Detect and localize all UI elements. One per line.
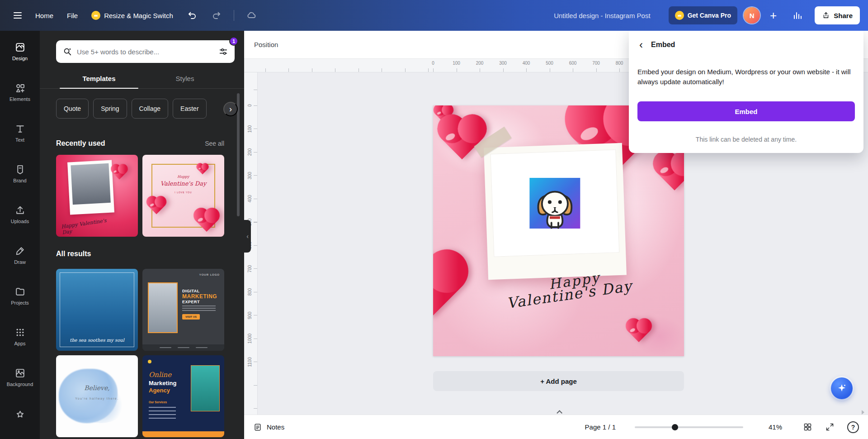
sidebar: Design Elements Text Brand Uploads Draw … — [0, 31, 40, 439]
topbar: Home File Resize & Magic Switch Untitled… — [0, 0, 868, 31]
chip-collage[interactable]: Collage — [132, 99, 168, 119]
see-all-link[interactable]: See all — [205, 140, 224, 147]
topbar-right-group: Get Canva Pro N + Share — [669, 5, 860, 25]
recently-used-title: Recently used — [56, 139, 105, 148]
background-icon — [14, 367, 26, 379]
ruler-corner — [244, 59, 258, 72]
recently-used-grid: Happy Valentine's Day Happy Valentine's … — [56, 155, 224, 237]
template-thumbnail-valentines-polaroid[interactable]: Happy Valentine's Day — [56, 155, 138, 237]
polaroid-photo — [490, 149, 619, 257]
template-thumbnail-sea-quote[interactable]: the sea soothes my soul — [56, 269, 138, 351]
sidebar-item-apps[interactable]: Apps — [0, 316, 40, 357]
sidebar-item-design[interactable]: Design — [0, 31, 40, 72]
share-button[interactable]: Share — [815, 6, 860, 24]
bottom-bar: Notes Page 1 / 1 41% ? — [244, 415, 868, 439]
undo-button[interactable] — [181, 5, 203, 25]
embed-title: Embed — [651, 41, 675, 49]
page-indicator: Page 1 / 1 — [585, 423, 616, 431]
design-icon — [14, 42, 26, 53]
sidebar-item-text[interactable]: Text — [0, 112, 40, 153]
notes-button[interactable]: Notes — [253, 423, 284, 432]
template-thumbnail-digital-marketing[interactable]: YOUR LOGO DIGITAL MARKETING EXPERT VISIT… — [142, 269, 224, 351]
template-thumbnail-online-marketing[interactable]: Online Marketing Agency Our Services — [142, 355, 224, 437]
avatar[interactable]: N — [744, 7, 760, 24]
menu-icon[interactable] — [8, 8, 27, 23]
all-results-header: All results — [56, 250, 224, 258]
embed-description: Embed your design on Medium, Wordpress o… — [637, 67, 855, 87]
get-canva-pro-button[interactable]: Get Canva Pro — [669, 6, 737, 24]
embed-popup: ‹ Embed Embed your design on Medium, Wor… — [629, 31, 863, 153]
panel-tabs: Templates Styles — [40, 69, 244, 89]
polaroid-frame[interactable] — [484, 143, 627, 280]
canva-assistant-button[interactable] — [831, 377, 853, 399]
heart-decoration[interactable] — [433, 256, 462, 317]
filter-chips: Quote Spring Collage Easter — [56, 99, 244, 119]
sidebar-item-background[interactable]: Background — [0, 357, 40, 397]
zoom-slider-thumb[interactable] — [672, 424, 678, 430]
scroll-right-arrow[interactable] — [862, 410, 864, 415]
chip-easter[interactable]: Easter — [173, 99, 206, 119]
search-input[interactable] — [77, 48, 214, 56]
share-icon — [822, 11, 830, 19]
embed-header: ‹ Embed — [637, 39, 855, 51]
chip-spring[interactable]: Spring — [93, 99, 127, 119]
magic-search-icon — [62, 47, 72, 57]
crown-icon — [675, 11, 684, 20]
sidebar-item-more[interactable] — [0, 397, 40, 439]
search-bar: 1 — [56, 40, 235, 63]
sidebar-item-uploads[interactable]: Uploads — [0, 194, 40, 234]
grid-view-icon[interactable] — [803, 422, 812, 432]
panel-collapse-handle[interactable]: ‹ — [244, 220, 251, 253]
zoom-slider[interactable] — [635, 426, 743, 428]
chip-quote[interactable]: Quote — [56, 99, 89, 119]
heart-decoration — [112, 165, 126, 179]
projects-icon — [14, 286, 26, 297]
help-button[interactable]: ? — [847, 421, 859, 433]
cloud-sync-icon[interactable] — [241, 5, 262, 25]
all-results-title: All results — [56, 250, 91, 258]
templates-panel: 1 Templates Styles Quote Spring Collage … — [40, 31, 244, 439]
file-button[interactable]: File — [61, 7, 83, 24]
apps-icon — [14, 327, 26, 338]
heart-decoration[interactable] — [442, 119, 483, 160]
all-results-grid: the sea soothes my soul YOUR LOGO DIGITA… — [56, 269, 224, 437]
embed-footnote: This link can be deleted at any time. — [637, 136, 855, 143]
search-filter-icon[interactable] — [218, 47, 228, 57]
topbar-divider — [234, 10, 234, 21]
canva-editor: Home File Resize & Magic Switch Untitled… — [0, 0, 868, 439]
star-icon — [14, 409, 26, 420]
tab-templates[interactable]: Templates — [56, 69, 142, 88]
filter-count-badge: 1 — [229, 37, 238, 46]
brand-icon — [14, 164, 26, 175]
insights-icon[interactable] — [787, 5, 808, 25]
recently-used-header: Recently used See all — [56, 139, 224, 148]
heart-decoration[interactable] — [656, 154, 684, 190]
sidebar-item-brand[interactable]: Brand — [0, 153, 40, 194]
fullscreen-icon[interactable] — [825, 422, 835, 432]
notes-icon — [253, 423, 262, 432]
sidebar-item-elements[interactable]: Elements — [0, 72, 40, 112]
back-icon[interactable]: ‹ — [637, 39, 645, 50]
position-button[interactable]: Position — [254, 41, 278, 48]
redo-button[interactable] — [206, 5, 227, 25]
bottombar-icons: ? — [803, 421, 859, 433]
uploads-icon — [14, 205, 26, 216]
sidebar-item-draw[interactable]: Draw — [0, 234, 40, 275]
sidebar-item-projects[interactable]: Projects — [0, 275, 40, 316]
zoom-level[interactable]: 41% — [762, 423, 782, 431]
heart-decoration[interactable] — [628, 320, 650, 342]
resize-magic-switch-button[interactable]: Resize & Magic Switch — [86, 6, 179, 24]
template-thumbnail-valentines-hearts[interactable]: Happy Valentine's Day I LOVE YOU — [142, 155, 224, 237]
home-button[interactable]: Home — [30, 7, 59, 24]
template-thumbnail-believe-quote[interactable]: Believe, You're halfway there. — [56, 355, 138, 437]
embed-button[interactable]: Embed — [637, 101, 855, 121]
elements-icon — [14, 82, 26, 94]
dog-sticker[interactable] — [529, 178, 580, 229]
add-page-button[interactable]: + Add page — [433, 371, 684, 391]
text-icon — [14, 123, 26, 134]
chips-scroll-right-icon[interactable]: › — [223, 102, 238, 116]
heart-decoration — [196, 210, 217, 232]
tab-styles[interactable]: Styles — [142, 69, 228, 88]
document-title[interactable]: Untitled design - Instagram Post — [554, 12, 650, 19]
add-member-icon[interactable]: + — [766, 8, 780, 23]
